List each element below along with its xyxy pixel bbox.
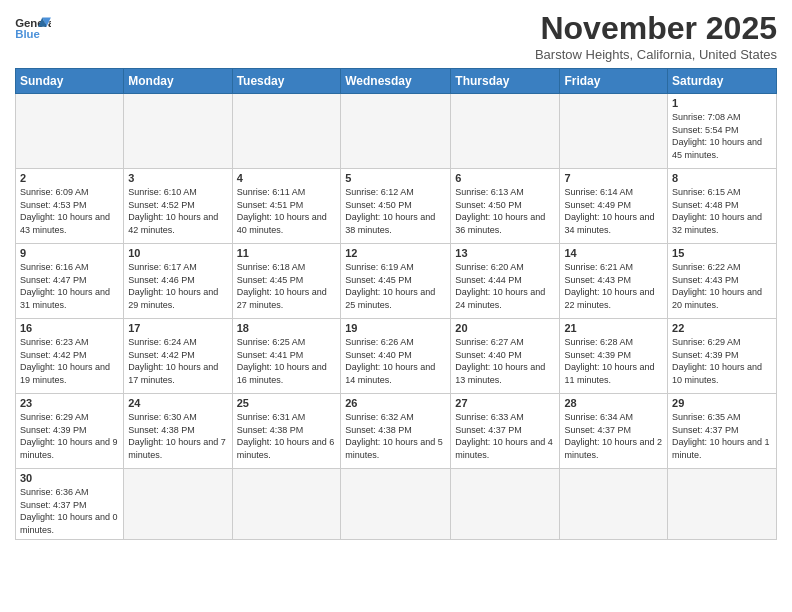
day-number: 14 xyxy=(564,247,663,259)
day-info: Sunrise: 6:33 AM Sunset: 4:37 PM Dayligh… xyxy=(455,411,555,461)
calendar-week-row: 23Sunrise: 6:29 AM Sunset: 4:39 PM Dayli… xyxy=(16,394,777,469)
day-number: 17 xyxy=(128,322,227,334)
day-number: 20 xyxy=(455,322,555,334)
calendar-cell: 28Sunrise: 6:34 AM Sunset: 4:37 PM Dayli… xyxy=(560,394,668,469)
day-info: Sunrise: 6:25 AM Sunset: 4:41 PM Dayligh… xyxy=(237,336,337,386)
day-number: 16 xyxy=(20,322,119,334)
calendar-cell xyxy=(124,469,232,540)
day-number: 21 xyxy=(564,322,663,334)
title-block: November 2025 Barstow Heights, Californi… xyxy=(535,10,777,62)
day-number: 18 xyxy=(237,322,337,334)
calendar-cell: 22Sunrise: 6:29 AM Sunset: 4:39 PM Dayli… xyxy=(668,319,777,394)
calendar-cell: 29Sunrise: 6:35 AM Sunset: 4:37 PM Dayli… xyxy=(668,394,777,469)
calendar-cell xyxy=(451,94,560,169)
day-number: 1 xyxy=(672,97,772,109)
day-number: 7 xyxy=(564,172,663,184)
calendar-cell: 6Sunrise: 6:13 AM Sunset: 4:50 PM Daylig… xyxy=(451,169,560,244)
day-number: 28 xyxy=(564,397,663,409)
calendar-cell xyxy=(232,469,341,540)
day-number: 11 xyxy=(237,247,337,259)
calendar-cell: 8Sunrise: 6:15 AM Sunset: 4:48 PM Daylig… xyxy=(668,169,777,244)
calendar-cell: 14Sunrise: 6:21 AM Sunset: 4:43 PM Dayli… xyxy=(560,244,668,319)
calendar-cell: 4Sunrise: 6:11 AM Sunset: 4:51 PM Daylig… xyxy=(232,169,341,244)
weekday-header-monday: Monday xyxy=(124,69,232,94)
weekday-header-friday: Friday xyxy=(560,69,668,94)
calendar-cell: 5Sunrise: 6:12 AM Sunset: 4:50 PM Daylig… xyxy=(341,169,451,244)
day-number: 22 xyxy=(672,322,772,334)
day-info: Sunrise: 6:21 AM Sunset: 4:43 PM Dayligh… xyxy=(564,261,663,311)
weekday-header-tuesday: Tuesday xyxy=(232,69,341,94)
logo: General Blue xyxy=(15,14,51,44)
day-info: Sunrise: 6:17 AM Sunset: 4:46 PM Dayligh… xyxy=(128,261,227,311)
generalblue-logo-icon: General Blue xyxy=(15,14,51,44)
day-info: Sunrise: 6:31 AM Sunset: 4:38 PM Dayligh… xyxy=(237,411,337,461)
calendar-week-row: 1Sunrise: 7:08 AM Sunset: 5:54 PM Daylig… xyxy=(16,94,777,169)
weekday-header-sunday: Sunday xyxy=(16,69,124,94)
day-info: Sunrise: 6:24 AM Sunset: 4:42 PM Dayligh… xyxy=(128,336,227,386)
day-number: 27 xyxy=(455,397,555,409)
calendar-cell: 16Sunrise: 6:23 AM Sunset: 4:42 PM Dayli… xyxy=(16,319,124,394)
calendar-cell: 2Sunrise: 6:09 AM Sunset: 4:53 PM Daylig… xyxy=(16,169,124,244)
calendar-week-row: 2Sunrise: 6:09 AM Sunset: 4:53 PM Daylig… xyxy=(16,169,777,244)
day-number: 12 xyxy=(345,247,446,259)
day-info: Sunrise: 6:12 AM Sunset: 4:50 PM Dayligh… xyxy=(345,186,446,236)
day-info: Sunrise: 6:16 AM Sunset: 4:47 PM Dayligh… xyxy=(20,261,119,311)
calendar-cell xyxy=(341,94,451,169)
location: Barstow Heights, California, United Stat… xyxy=(535,47,777,62)
calendar-cell: 18Sunrise: 6:25 AM Sunset: 4:41 PM Dayli… xyxy=(232,319,341,394)
calendar-cell xyxy=(451,469,560,540)
day-number: 3 xyxy=(128,172,227,184)
svg-text:Blue: Blue xyxy=(15,28,40,40)
calendar-cell xyxy=(124,94,232,169)
weekday-header-row: SundayMondayTuesdayWednesdayThursdayFrid… xyxy=(16,69,777,94)
day-info: Sunrise: 6:10 AM Sunset: 4:52 PM Dayligh… xyxy=(128,186,227,236)
calendar-cell: 30Sunrise: 6:36 AM Sunset: 4:37 PM Dayli… xyxy=(16,469,124,540)
day-info: Sunrise: 6:22 AM Sunset: 4:43 PM Dayligh… xyxy=(672,261,772,311)
day-info: Sunrise: 6:11 AM Sunset: 4:51 PM Dayligh… xyxy=(237,186,337,236)
day-number: 30 xyxy=(20,472,119,484)
calendar-cell: 23Sunrise: 6:29 AM Sunset: 4:39 PM Dayli… xyxy=(16,394,124,469)
calendar-cell: 7Sunrise: 6:14 AM Sunset: 4:49 PM Daylig… xyxy=(560,169,668,244)
month-title: November 2025 xyxy=(535,10,777,47)
calendar-cell xyxy=(232,94,341,169)
calendar-cell xyxy=(668,469,777,540)
header: General Blue November 2025 Barstow Heigh… xyxy=(15,10,777,62)
day-info: Sunrise: 6:15 AM Sunset: 4:48 PM Dayligh… xyxy=(672,186,772,236)
calendar-cell: 20Sunrise: 6:27 AM Sunset: 4:40 PM Dayli… xyxy=(451,319,560,394)
calendar-cell: 1Sunrise: 7:08 AM Sunset: 5:54 PM Daylig… xyxy=(668,94,777,169)
calendar-cell: 19Sunrise: 6:26 AM Sunset: 4:40 PM Dayli… xyxy=(341,319,451,394)
calendar-week-row: 9Sunrise: 6:16 AM Sunset: 4:47 PM Daylig… xyxy=(16,244,777,319)
calendar-cell: 21Sunrise: 6:28 AM Sunset: 4:39 PM Dayli… xyxy=(560,319,668,394)
day-info: Sunrise: 6:27 AM Sunset: 4:40 PM Dayligh… xyxy=(455,336,555,386)
calendar-cell: 24Sunrise: 6:30 AM Sunset: 4:38 PM Dayli… xyxy=(124,394,232,469)
day-number: 10 xyxy=(128,247,227,259)
day-number: 5 xyxy=(345,172,446,184)
calendar-cell: 25Sunrise: 6:31 AM Sunset: 4:38 PM Dayli… xyxy=(232,394,341,469)
day-number: 24 xyxy=(128,397,227,409)
day-info: Sunrise: 6:34 AM Sunset: 4:37 PM Dayligh… xyxy=(564,411,663,461)
day-info: Sunrise: 6:29 AM Sunset: 4:39 PM Dayligh… xyxy=(20,411,119,461)
day-number: 19 xyxy=(345,322,446,334)
calendar-cell xyxy=(560,94,668,169)
calendar-cell xyxy=(16,94,124,169)
day-info: Sunrise: 6:19 AM Sunset: 4:45 PM Dayligh… xyxy=(345,261,446,311)
day-info: Sunrise: 6:29 AM Sunset: 4:39 PM Dayligh… xyxy=(672,336,772,386)
day-number: 26 xyxy=(345,397,446,409)
calendar-cell: 9Sunrise: 6:16 AM Sunset: 4:47 PM Daylig… xyxy=(16,244,124,319)
day-number: 4 xyxy=(237,172,337,184)
calendar-cell: 26Sunrise: 6:32 AM Sunset: 4:38 PM Dayli… xyxy=(341,394,451,469)
calendar-week-row: 30Sunrise: 6:36 AM Sunset: 4:37 PM Dayli… xyxy=(16,469,777,540)
calendar-cell: 3Sunrise: 6:10 AM Sunset: 4:52 PM Daylig… xyxy=(124,169,232,244)
calendar-cell xyxy=(560,469,668,540)
day-info: Sunrise: 6:14 AM Sunset: 4:49 PM Dayligh… xyxy=(564,186,663,236)
calendar-cell: 27Sunrise: 6:33 AM Sunset: 4:37 PM Dayli… xyxy=(451,394,560,469)
weekday-header-thursday: Thursday xyxy=(451,69,560,94)
calendar-cell xyxy=(341,469,451,540)
day-number: 15 xyxy=(672,247,772,259)
day-number: 29 xyxy=(672,397,772,409)
calendar-table: SundayMondayTuesdayWednesdayThursdayFrid… xyxy=(15,68,777,540)
day-info: Sunrise: 6:23 AM Sunset: 4:42 PM Dayligh… xyxy=(20,336,119,386)
day-number: 6 xyxy=(455,172,555,184)
calendar-week-row: 16Sunrise: 6:23 AM Sunset: 4:42 PM Dayli… xyxy=(16,319,777,394)
day-number: 13 xyxy=(455,247,555,259)
